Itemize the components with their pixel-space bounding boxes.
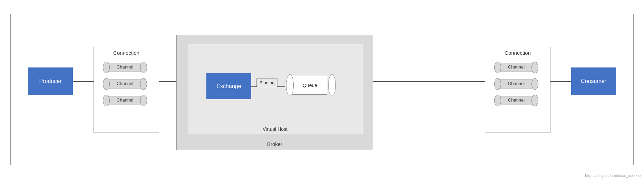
queue-cylinder: Queue: [284, 72, 336, 98]
vhost-box: Virtual Host Exchange Binding Queue: [187, 44, 363, 135]
consumer-label: Consumer: [581, 78, 606, 84]
binding-queue-line: [277, 86, 285, 87]
channel-left-2: Channel: [101, 77, 149, 90]
broker-box: Broker Virtual Host Exchange Binding Que…: [176, 35, 373, 150]
binding-label: Binding: [256, 78, 277, 87]
channel-right-2: Channel: [492, 77, 540, 90]
connection-left-label: Connection: [94, 50, 159, 56]
channel-right-1: Channel: [492, 60, 540, 73]
channel-right-2-label: Channel: [492, 81, 540, 86]
exchange-box: Exchange: [206, 73, 251, 99]
connection-left-box: Connection Channel Channel Channel: [94, 47, 159, 133]
channel-group-right: Channel Channel Channel: [492, 60, 544, 104]
channel-left-3: Channel: [101, 93, 149, 106]
channel-group-left: Channel Channel Channel: [101, 60, 153, 104]
channel-right-1-label: Channel: [492, 64, 540, 70]
queue-label: Queue: [284, 83, 336, 88]
watermark: https://blog.csdn.net/xxx_xxxxxxx: [585, 173, 641, 178]
vhost-label: Virtual Host: [187, 126, 363, 132]
exchange-label: Exchange: [216, 83, 241, 90]
exchange-binding-line: [251, 86, 257, 87]
producer-box: Producer: [28, 67, 73, 95]
consumer-box: Consumer: [571, 67, 616, 95]
channel-left-1-label: Channel: [101, 64, 149, 70]
channel-right-3-label: Channel: [492, 97, 540, 103]
broker-label: Broker: [177, 141, 373, 147]
channel-right-3: Channel: [492, 93, 540, 106]
connection-right-label: Connection: [485, 50, 550, 56]
outer-border: Producer Connection Channel Channel: [10, 14, 634, 165]
channel-left-3-label: Channel: [101, 97, 149, 103]
connection-right-box: Connection Channel Channel Channel: [485, 47, 550, 133]
producer-label: Producer: [39, 78, 62, 84]
binding-text: Binding: [260, 80, 274, 85]
channel-left-2-label: Channel: [101, 81, 149, 86]
channel-left-1: Channel: [101, 60, 149, 73]
